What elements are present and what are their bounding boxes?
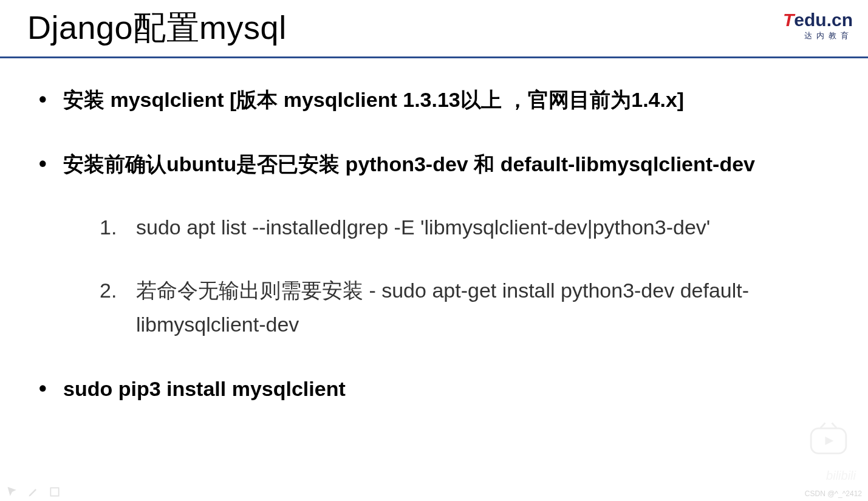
brand-logo: Tedu.cn 达内教育 <box>783 6 856 41</box>
ordered-step: sudo apt list --installed|grep -E 'libmy… <box>100 210 838 244</box>
svg-marker-3 <box>825 437 834 445</box>
bullet-item: sudo pip3 install mysqlclient <box>30 372 838 406</box>
bilibili-watermark: bilibili <box>826 469 856 483</box>
logo-text: Tedu.cn <box>783 11 853 29</box>
cursor-icon <box>6 486 18 498</box>
bullet-text: 安装 mysqlclient [版本 mysqlclient 1.3.13以上 … <box>63 88 684 111</box>
slide-content: 安装 mysqlclient [版本 mysqlclient 1.3.13以上 … <box>0 58 868 406</box>
logo-letter-t: T <box>783 10 794 30</box>
shape-icon <box>49 486 61 498</box>
csdn-watermark: CSDN @^_^2412 <box>805 489 862 498</box>
bottom-toolbar <box>6 486 61 498</box>
logo-subtitle: 达内教育 <box>783 30 853 41</box>
slide-title: Django配置mysql <box>27 6 287 50</box>
bullet-text: 安装前确认ubuntu是否已安装 python3-dev 和 default-l… <box>63 152 755 176</box>
bullet-text: sudo pip3 install mysqlclient <box>63 377 346 400</box>
logo-rest: edu.cn <box>794 10 853 30</box>
bullet-item: 安装 mysqlclient [版本 mysqlclient 1.3.13以上 … <box>30 83 838 117</box>
ordered-list: sudo apt list --installed|grep -E 'libmy… <box>63 210 838 341</box>
ordered-step: 若命令无输出则需要安装 - sudo apt-get install pytho… <box>100 273 838 341</box>
svg-rect-4 <box>50 488 58 496</box>
bullet-item: 安装前确认ubuntu是否已安装 python3-dev 和 default-l… <box>30 147 838 341</box>
play-icon <box>807 422 850 455</box>
slide-header: Django配置mysql Tedu.cn 达内教育 <box>0 0 868 50</box>
bullet-list: 安装 mysqlclient [版本 mysqlclient 1.3.13以上 … <box>30 83 838 406</box>
pen-icon <box>27 486 39 498</box>
